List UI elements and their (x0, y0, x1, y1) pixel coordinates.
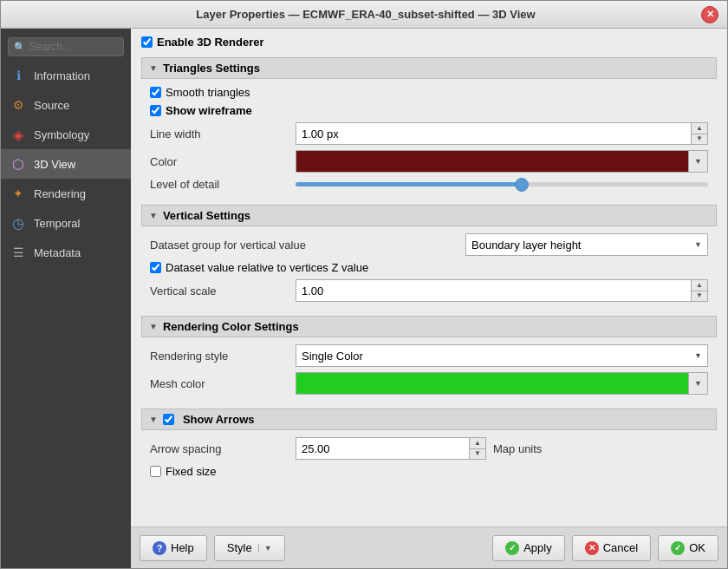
3d-view-icon: ⬡ (10, 155, 27, 173)
temporal-icon: ◷ (10, 214, 27, 232)
sidebar-item-metadata[interactable]: ☰ Metadata (1, 238, 131, 267)
apply-icon: ✓ (505, 541, 519, 555)
metadata-icon: ☰ (10, 244, 27, 261)
dataset-group-dropdown[interactable]: Boundary layer height ▼ (465, 233, 708, 256)
ok-button[interactable]: ✓ OK (658, 535, 718, 561)
style-label: Style (227, 541, 252, 554)
vertical-scale-row: Vertical scale ▲ ▼ (150, 279, 708, 302)
sidebar-label-temporal: Temporal (34, 217, 80, 230)
rendering-style-label: Rendering style (150, 350, 289, 363)
ok-icon: ✓ (671, 541, 685, 555)
vertical-scale-spinbox[interactable]: ▲ ▼ (296, 279, 708, 302)
rendering-icon: ✦ (10, 185, 27, 202)
color-row: Color ▼ (150, 150, 708, 173)
ok-label: OK (689, 541, 705, 554)
close-button[interactable]: ✕ (701, 6, 718, 23)
line-width-increment[interactable]: ▲ (692, 123, 707, 134)
vertical-settings-title: Vertical Settings (163, 209, 250, 222)
arrow-spacing-input[interactable] (296, 438, 469, 459)
sidebar-item-symbology[interactable]: ◈ Symbology (1, 120, 131, 149)
show-arrows-checkbox[interactable] (163, 414, 174, 425)
rendering-style-dropdown-arrow: ▼ (694, 351, 702, 360)
mesh-color-label: Mesh color (150, 377, 289, 390)
cancel-label: Cancel (603, 541, 638, 554)
line-width-spinbox[interactable]: ▲ ▼ (296, 122, 708, 145)
vertical-scale-increment[interactable]: ▲ (692, 280, 707, 291)
rendering-style-value: Single Color (302, 350, 363, 363)
rendering-color-settings-header[interactable]: ▼ Rendering Color Settings (141, 316, 717, 337)
sidebar-item-rendering[interactable]: ✦ Rendering (1, 179, 131, 208)
map-units-label: Map units (493, 442, 562, 455)
color-swatch (296, 151, 688, 172)
rendering-color-collapse-icon: ▼ (149, 322, 158, 331)
show-arrows-title: Show Arrows (183, 413, 255, 426)
footer: ? Help Style ▼ ✓ Apply ✕ Cancel (131, 526, 727, 568)
sidebar-label-metadata: Metadata (34, 246, 81, 259)
show-arrows-header[interactable]: ▼ Show Arrows (141, 409, 717, 430)
style-button[interactable]: Style ▼ (214, 535, 285, 561)
titlebar: Layer Properties — ECMWF_ERA-40_subset-s… (1, 1, 727, 29)
mesh-color-swatch (296, 373, 688, 394)
color-label: Color (150, 155, 289, 168)
color-dropdown-arrow[interactable]: ▼ (688, 151, 707, 172)
mesh-color-picker[interactable]: ▼ (296, 372, 708, 395)
sidebar-item-3d-view[interactable]: ⬡ 3D View (1, 149, 131, 179)
sidebar-item-information[interactable]: ℹ Information (1, 61, 131, 90)
help-button[interactable]: ? Help (140, 535, 207, 561)
vertical-scale-spin-buttons: ▲ ▼ (691, 280, 707, 301)
show-wireframe-row: Show wireframe (150, 104, 708, 117)
search-box[interactable]: 🔍 (8, 37, 124, 56)
arrow-spacing-decrement[interactable]: ▼ (470, 448, 485, 460)
sidebar-item-temporal[interactable]: ◷ Temporal (1, 208, 131, 238)
main-window: Layer Properties — ECMWF_ERA-40_subset-s… (0, 0, 728, 569)
dataset-group-row: Dataset group for vertical value Boundar… (150, 233, 708, 256)
smooth-triangles-row: Smooth triangles (150, 86, 708, 99)
content-area: 🔍 ℹ Information ⚙ Source ◈ Symbology ⬡ 3… (1, 29, 727, 568)
vertical-scale-input[interactable] (296, 280, 691, 301)
show-wireframe-label: Show wireframe (166, 104, 252, 117)
level-of-detail-slider-container (296, 182, 708, 186)
color-picker[interactable]: ▼ (296, 150, 708, 173)
apply-button[interactable]: ✓ Apply (492, 535, 565, 561)
dataset-group-value: Boundary layer height (471, 239, 581, 252)
dataset-group-label: Dataset group for vertical value (150, 239, 458, 252)
line-width-input[interactable] (296, 123, 691, 144)
mesh-color-row: Mesh color ▼ (150, 372, 708, 395)
show-arrows-collapse-icon: ▼ (149, 415, 158, 424)
smooth-triangles-label: Smooth triangles (166, 86, 250, 99)
rendering-style-dropdown[interactable]: Single Color ▼ (296, 344, 708, 367)
search-input[interactable] (29, 41, 118, 53)
dataset-relative-label: Dataset value relative to vertices Z val… (166, 261, 368, 274)
vertical-scale-decrement[interactable]: ▼ (692, 291, 707, 302)
fixed-size-row: Fixed size (150, 465, 708, 478)
arrow-spacing-spinbox[interactable]: ▲ ▼ (296, 437, 486, 460)
show-arrows-content: Arrow spacing ▲ ▼ Map units Fixed size (141, 437, 717, 492)
level-of-detail-label: Level of detail (150, 178, 289, 191)
right-panel: Enable 3D Renderer ▼ Triangles Settings … (131, 29, 727, 568)
dataset-relative-checkbox[interactable] (150, 262, 161, 273)
enable-3d-renderer-checkbox[interactable] (141, 36, 153, 48)
triangles-settings-header[interactable]: ▼ Triangles Settings (141, 57, 717, 79)
fixed-size-checkbox[interactable] (150, 466, 161, 477)
footer-left: ? Help Style ▼ (140, 535, 285, 561)
enable-3d-renderer-row: Enable 3D Renderer (141, 36, 717, 49)
arrow-spacing-increment[interactable]: ▲ (470, 438, 485, 448)
mesh-color-dropdown-arrow[interactable]: ▼ (688, 373, 707, 394)
cancel-button[interactable]: ✕ Cancel (572, 535, 651, 561)
arrow-spacing-row: Arrow spacing ▲ ▼ Map units (150, 437, 708, 460)
line-width-decrement[interactable]: ▼ (692, 134, 707, 145)
vertical-collapse-icon: ▼ (149, 211, 158, 220)
rendering-color-settings-title: Rendering Color Settings (163, 320, 299, 333)
vertical-settings-header[interactable]: ▼ Vertical Settings (141, 205, 717, 226)
sidebar-label-information: Information (34, 69, 90, 82)
show-wireframe-checkbox[interactable] (150, 105, 161, 116)
triangles-settings-content: Smooth triangles Show wireframe Line wid… (141, 86, 717, 205)
sidebar-label-source: Source (34, 99, 69, 112)
sidebar-item-source[interactable]: ⚙ Source (1, 90, 131, 120)
vertical-settings-content: Dataset group for vertical value Boundar… (141, 233, 717, 316)
level-of-detail-row: Level of detail (150, 178, 708, 191)
smooth-triangles-checkbox[interactable] (150, 87, 161, 98)
level-of-detail-slider[interactable] (296, 182, 708, 186)
help-label: Help (171, 541, 194, 554)
fixed-size-label: Fixed size (166, 465, 217, 478)
